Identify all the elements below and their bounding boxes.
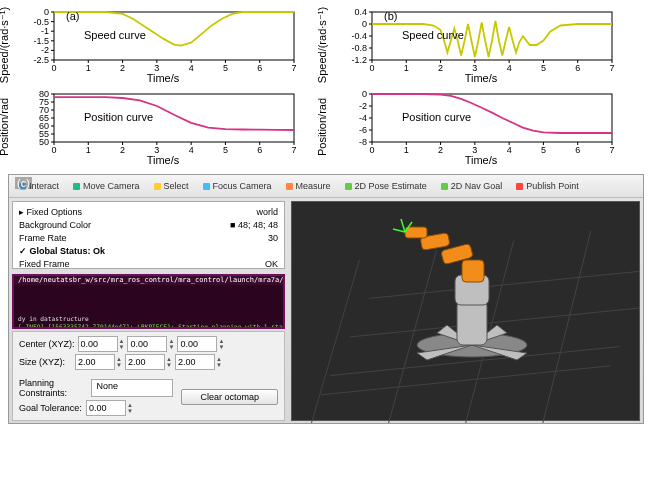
chart-annotation: Speed curve [402,29,464,41]
ylabel: Position/rad [0,98,10,156]
terminal-title: /home/neutatsbr_w/src/mra_ros_control/mr… [14,275,283,285]
tree-row[interactable]: Frame Rate30 [19,232,278,245]
center-x-field[interactable]: ▲▼ [78,336,125,352]
3d-viewport[interactable] [291,201,640,421]
svg-text:6: 6 [257,63,262,73]
svg-text:2: 2 [438,63,443,73]
chart-d: Position/rad Position curve 012345670-2-… [326,86,644,168]
svg-text:-0.4: -0.4 [351,31,367,41]
tree-row[interactable]: ▸ Fixed Optionsworld [19,206,278,219]
constraints-select[interactable]: None [91,379,173,397]
robot-model [387,205,557,365]
svg-text:-2: -2 [359,101,367,111]
size-z-field[interactable]: ▲▼ [175,354,222,370]
svg-text:1: 1 [404,145,409,155]
toolbar-move-camera-button[interactable]: Move Camera [67,178,146,194]
toolbar-label: 2D Pose Estimate [355,181,427,191]
goal-tol-label: Goal Tolerance: [19,403,82,413]
svg-line-114 [321,366,610,395]
panel-label-c: (c) [15,177,32,189]
svg-text:-2.5: -2.5 [33,55,49,65]
toolbar-publish-point-button[interactable]: Publish Point [510,178,585,194]
svg-text:-8: -8 [359,137,367,147]
svg-text:0: 0 [369,63,374,73]
svg-text:6: 6 [575,63,580,73]
toolbar-2d-nav-goal-button[interactable]: 2D Nav Goal [435,178,509,194]
xlabel: Time/s [328,154,634,166]
xlabel: Time/s [10,154,316,166]
toolbar-label: Select [164,181,189,191]
chart-a: Speed/(rad·s⁻¹) (a) Speed curve 01234567… [8,4,326,86]
svg-text:0: 0 [362,19,367,29]
svg-text:2: 2 [120,145,125,155]
xlabel: Time/s [10,72,316,84]
planning-panel: Center (XYZ): ▲▼ ▲▼ ▲▼ Size (XYZ): ▲▼ ▲▼… [12,331,285,421]
chart-annotation: Position curve [84,111,153,123]
svg-text:1: 1 [86,145,91,155]
tree-row[interactable]: Background Color■ 48; 48; 48 [19,219,278,232]
svg-text:-0.8: -0.8 [351,43,367,53]
svg-text:7: 7 [291,63,296,73]
toolbar-label: Measure [296,181,331,191]
svg-text:6: 6 [257,145,262,155]
svg-text:7: 7 [291,145,296,155]
size-y-field[interactable]: ▲▼ [125,354,172,370]
center-label: Center (XYZ): [19,339,75,349]
svg-text:-4: -4 [359,113,367,123]
ylabel: Position/rad [316,98,328,156]
svg-text:-1: -1 [41,26,49,36]
toolbar-icon [154,183,161,190]
toolbar-icon [73,183,80,190]
svg-text:2: 2 [438,145,443,155]
svg-text:-2: -2 [41,45,49,55]
svg-text:5: 5 [223,63,228,73]
tree-row[interactable]: ✓ Global Status: Ok [19,245,278,258]
terminal-line: dy in datastructure [18,315,89,322]
center-y-field[interactable]: ▲▼ [127,336,174,352]
toolbar-label: Publish Point [526,181,579,191]
toolbar-select-button[interactable]: Select [148,178,195,194]
displays-tree[interactable]: ▸ Fixed OptionsworldBackground Color■ 48… [12,201,285,269]
goal-tol-field[interactable]: ▲▼ [86,400,133,416]
toolbar-measure-button[interactable]: Measure [280,178,337,194]
svg-line-129 [393,229,405,232]
svg-text:6: 6 [575,145,580,155]
svg-text:7: 7 [609,63,614,73]
svg-text:0: 0 [362,89,367,99]
terminal-line: [ INFO] [1563335742.770144e47]: LBKPIECE… [18,323,285,329]
chart-c: Position/rad Position curve 012345678075… [8,86,326,168]
ylabel: Speed/(rad·s⁻¹) [0,7,11,83]
svg-text:5: 5 [541,63,546,73]
toolbar-2d-pose-estimate-button[interactable]: 2D Pose Estimate [339,178,433,194]
svg-line-118 [311,260,359,424]
svg-text:1: 1 [404,63,409,73]
svg-text:4: 4 [189,145,194,155]
chart-b: Speed/(rad·s⁻¹) (b) Speed curve 01234567… [326,4,644,86]
size-label: Size (XYZ): [19,357,65,367]
toolbar-label: Move Camera [83,181,140,191]
clear-octomap-button[interactable]: Clear octomap [181,389,278,405]
svg-text:-0.5: -0.5 [33,17,49,27]
svg-text:0: 0 [51,63,56,73]
center-z-field[interactable]: ▲▼ [177,336,224,352]
toolbar-focus-camera-button[interactable]: Focus Camera [197,178,278,194]
svg-text:2: 2 [120,63,125,73]
svg-rect-123 [457,300,487,345]
toolbar-icon [345,183,352,190]
svg-text:5: 5 [541,145,546,155]
svg-text:-1.5: -1.5 [33,36,49,46]
svg-rect-128 [405,227,427,238]
svg-text:1: 1 [86,63,91,73]
rviz-toolbar: InteractMove CameraSelectFocus CameraMea… [9,175,643,198]
svg-text:0: 0 [51,145,56,155]
toolbar-label: Focus Camera [213,181,272,191]
size-x-field[interactable]: ▲▼ [75,354,122,370]
tree-row[interactable]: Fixed FrameOK [19,258,278,269]
svg-text:0: 0 [44,7,49,17]
toolbar-icon [286,183,293,190]
terminal[interactable]: /home/neutatsbr_w/src/mra_ros_control/mr… [12,274,285,329]
fig-label: (a) [66,10,79,22]
svg-text:0: 0 [369,145,374,155]
xlabel: Time/s [328,72,634,84]
svg-rect-125 [462,260,484,282]
